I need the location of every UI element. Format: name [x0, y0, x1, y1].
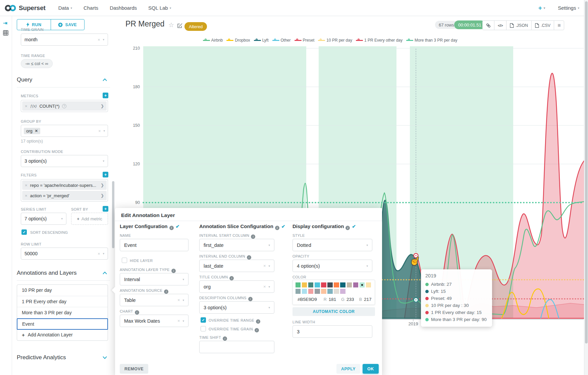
- info-icon[interactable]: i: [248, 297, 253, 301]
- interval-start-column-select[interactable]: first_date▾: [199, 239, 274, 251]
- color-swatch[interactable]: [327, 282, 333, 288]
- color-swatch[interactable]: [321, 282, 326, 288]
- annotation-layer-item[interactable]: More than 3 PR per day: [17, 307, 108, 319]
- annotation-layer-item[interactable]: Event: [17, 318, 108, 330]
- legend-item[interactable]: Preset: [295, 38, 315, 43]
- chevron-up-icon[interactable]: [103, 272, 107, 274]
- settings-menu[interactable]: Settings▾: [558, 5, 579, 11]
- expand-chip-icon[interactable]: ❯: [101, 183, 104, 188]
- legend-item[interactable]: Other: [272, 38, 291, 43]
- favorite-star-icon[interactable]: ☆: [168, 21, 174, 29]
- color-swatch[interactable]: [296, 289, 301, 294]
- nav-item-dashboards[interactable]: Dashboards: [110, 5, 137, 11]
- edit-icon[interactable]: [177, 23, 183, 29]
- r-value[interactable]: 181: [329, 297, 336, 302]
- color-swatch[interactable]: [334, 289, 339, 294]
- contribution-mode-select[interactable]: 3 option(s) ▾: [21, 155, 108, 167]
- remove-metric-icon[interactable]: ×: [25, 104, 28, 109]
- add-metric-button[interactable]: +: [103, 93, 108, 98]
- sort-descending-checkbox[interactable]: ✓: [21, 229, 27, 235]
- collapse-panel-icon[interactable]: ⇥: [3, 20, 7, 26]
- more-options-button[interactable]: ≡: [554, 21, 564, 30]
- info-icon[interactable]: i: [169, 226, 174, 230]
- override-time-range-checkbox[interactable]: ✓: [201, 317, 206, 323]
- style-select[interactable]: Dotted▾: [292, 239, 372, 251]
- info-icon[interactable]: i: [345, 226, 350, 230]
- metric-chip-count[interactable]: × ƒ(x) COUNT(*) ? ❯: [22, 101, 107, 111]
- clear-icon[interactable]: ×: [177, 318, 180, 323]
- filter-chip[interactable]: × repo = 'apache/incubator-supers... ❯: [22, 180, 107, 190]
- remove-filter-icon[interactable]: ×: [25, 183, 28, 188]
- sort-by-add-metric[interactable]: +Add metric: [71, 213, 108, 225]
- color-swatch[interactable]: [334, 282, 339, 288]
- b-value[interactable]: 217: [364, 297, 372, 302]
- legend-item[interactable]: Lyft: [254, 38, 269, 43]
- color-swatch[interactable]: [327, 289, 333, 294]
- annotation-layer-type-select[interactable]: Interval▾: [120, 273, 189, 285]
- override-time-grain-checkbox[interactable]: [201, 326, 206, 331]
- g-value[interactable]: 233: [346, 297, 354, 302]
- new-item-button[interactable]: +▾: [538, 4, 545, 12]
- info-icon[interactable]: i: [171, 269, 176, 273]
- superset-logo[interactable]: Superset: [0, 4, 46, 12]
- annotation-layer-item[interactable]: 10 PR per day: [17, 285, 108, 296]
- info-icon[interactable]: i: [229, 276, 234, 280]
- group-by-select[interactable]: org✕ ×▾: [21, 125, 108, 137]
- help-icon[interactable]: ?: [62, 104, 66, 108]
- color-swatch[interactable]: [308, 282, 314, 288]
- color-swatch[interactable]: [302, 282, 307, 288]
- info-icon[interactable]: i: [247, 255, 251, 260]
- ok-button[interactable]: OK: [363, 364, 379, 374]
- info-icon[interactable]: i: [255, 328, 259, 332]
- time-shift-input[interactable]: [199, 341, 274, 353]
- legend-item[interactable]: Airbnb: [203, 38, 223, 43]
- clear-icon[interactable]: ×: [177, 298, 180, 303]
- line-width-input[interactable]: [292, 325, 372, 338]
- chevron-down-icon[interactable]: [103, 356, 107, 359]
- color-swatch[interactable]: [308, 289, 314, 294]
- info-icon[interactable]: i: [135, 310, 139, 315]
- opacity-select[interactable]: 4 option(s)▾: [292, 260, 372, 272]
- color-swatch[interactable]: [366, 282, 371, 288]
- color-swatch[interactable]: [296, 282, 301, 288]
- export-json-button[interactable]: .JSON: [506, 21, 531, 30]
- add-sort-metric-button[interactable]: +: [103, 206, 108, 212]
- color-swatch[interactable]: [315, 289, 320, 294]
- title-column-select[interactable]: org ×▾: [199, 280, 274, 293]
- save-button[interactable]: SAVE: [51, 19, 85, 30]
- clear-icon[interactable]: ×: [98, 37, 100, 42]
- time-range-pill[interactable]: -∞ ≤ col < ∞: [21, 59, 53, 68]
- color-swatch-selected[interactable]: [360, 282, 365, 288]
- info-icon[interactable]: i: [256, 319, 260, 324]
- sidebar-scrollbar[interactable]: [112, 16, 115, 375]
- export-csv-button[interactable]: .CSV: [531, 21, 554, 30]
- chart-select[interactable]: Max Work Dates ×▾: [120, 315, 189, 327]
- color-swatch[interactable]: [340, 282, 345, 288]
- name-input[interactable]: [120, 239, 189, 251]
- info-icon[interactable]: i: [164, 289, 168, 294]
- color-swatch[interactable]: [321, 289, 326, 294]
- add-filter-button[interactable]: +: [103, 172, 108, 177]
- view-query-button[interactable]: </>: [494, 21, 506, 30]
- page-scrollbar[interactable]: [584, 0, 588, 375]
- color-swatch[interactable]: [347, 282, 352, 288]
- legend-item[interactable]: Dropbox: [226, 38, 250, 43]
- color-swatch[interactable]: [340, 289, 345, 294]
- description-columns-select[interactable]: 3 option(s)▾: [199, 301, 274, 314]
- annotation-layer-item[interactable]: 1 PR Every other day: [17, 296, 108, 308]
- color-swatch[interactable]: [302, 289, 307, 294]
- legend-item[interactable]: More than 3 PR per day: [406, 38, 457, 43]
- share-link-button[interactable]: [483, 21, 494, 30]
- remove-chip-icon[interactable]: ✕: [35, 129, 38, 133]
- clear-icon[interactable]: ×: [263, 263, 266, 268]
- chevron-up-icon[interactable]: [103, 78, 107, 81]
- remove-filter-icon[interactable]: ×: [25, 193, 28, 198]
- expand-chip-icon[interactable]: ❯: [101, 193, 104, 198]
- clear-icon[interactable]: ×: [98, 251, 100, 256]
- legend-item[interactable]: 1 PR Every other day: [356, 38, 403, 43]
- add-annotation-layer-button[interactable]: + Add Annotation Layer: [17, 329, 108, 341]
- nav-item-charts[interactable]: Charts: [84, 5, 98, 11]
- row-limit-select[interactable]: 50000 ×▾: [21, 248, 108, 260]
- time-grain-select[interactable]: month ×▾: [21, 34, 108, 46]
- info-icon[interactable]: i: [251, 234, 255, 239]
